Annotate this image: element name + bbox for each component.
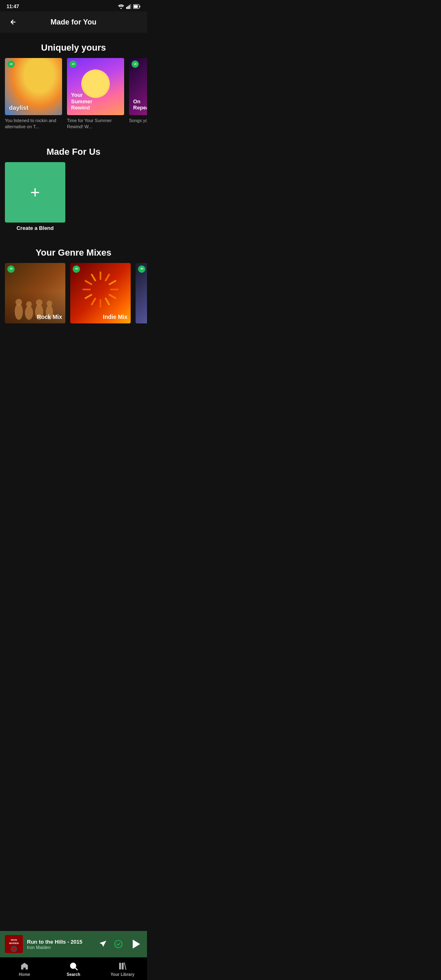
svg-rect-30 <box>82 289 91 290</box>
svg-rect-27 <box>100 299 101 307</box>
spotify-badge-rock <box>7 265 15 273</box>
svg-rect-26 <box>105 298 110 305</box>
spotify-badge <box>7 60 15 68</box>
indie-mix-image: Indie Mix <box>70 263 131 323</box>
svg-point-13 <box>16 299 22 305</box>
status-bar: 11:47 <box>0 0 147 11</box>
svg-rect-21 <box>100 272 101 280</box>
svg-point-9 <box>71 62 76 67</box>
genre-mixes-list: Rock Mix <box>0 263 147 332</box>
daylist-card-label: daylist <box>9 104 29 111</box>
svg-point-19 <box>47 301 52 306</box>
svg-point-15 <box>26 301 32 307</box>
create-blend-card[interactable]: + Create a Blend <box>5 162 65 231</box>
on-repeat-card-label: OnRepeat <box>133 98 147 111</box>
battery-icon <box>133 4 140 9</box>
uniquely-yours-heading: Uniquely yours <box>0 33 147 58</box>
svg-point-8 <box>9 62 13 67</box>
made-for-us-heading: Made For Us <box>0 137 147 162</box>
svg-point-12 <box>15 303 23 320</box>
spotify-badge-indie <box>73 265 80 273</box>
svg-rect-6 <box>134 5 138 8</box>
back-button[interactable] <box>7 16 20 29</box>
svg-point-20 <box>74 267 79 271</box>
indie-mix-label: Indie Mix <box>103 314 127 320</box>
pop-mix-card[interactable]: Pop Mix <box>136 263 147 326</box>
indie-rays <box>82 271 119 308</box>
indie-mix-card[interactable]: Indie Mix <box>70 263 131 326</box>
wifi-icon <box>118 4 124 9</box>
svg-rect-4 <box>130 4 131 9</box>
daylist-card-desc: You listened to rockin and alternative o… <box>5 118 62 130</box>
blend-plus-icon: + <box>30 184 40 200</box>
back-icon <box>9 18 17 26</box>
spotify-badge-2 <box>69 60 77 68</box>
on-repeat-card-desc: Songs you love now <box>129 118 147 124</box>
main-content: Uniquely yours daylist You listened to r… <box>0 33 147 381</box>
daylist-card[interactable]: daylist You listened to rockin and alter… <box>5 58 62 130</box>
summer-rewind-image: YourSummerRewind <box>67 58 124 115</box>
summer-rewind-card[interactable]: YourSummerRewind Time for Your Summer Re… <box>67 58 124 130</box>
svg-rect-29 <box>85 294 92 299</box>
on-repeat-image: OnRepeat <box>129 58 147 115</box>
svg-rect-22 <box>105 274 110 281</box>
blend-card-image: + <box>5 162 65 223</box>
svg-rect-32 <box>91 274 96 281</box>
spotify-badge-pop <box>138 265 145 273</box>
status-time: 11:47 <box>7 4 19 9</box>
svg-point-17 <box>36 299 42 306</box>
svg-point-11 <box>9 267 13 271</box>
daylist-image: daylist <box>5 58 62 115</box>
svg-rect-25 <box>109 294 116 299</box>
svg-point-10 <box>133 62 138 67</box>
summer-rewind-card-label: YourSummerRewind <box>71 92 92 111</box>
pop-mix-image: Pop Mix <box>136 263 147 323</box>
svg-rect-23 <box>109 280 116 285</box>
blend-card-label: Create a Blend <box>5 225 65 231</box>
on-repeat-card[interactable]: OnRepeat Songs you love now <box>129 58 147 130</box>
page-header: Made for You <box>0 11 147 33</box>
status-icons <box>118 4 140 9</box>
made-for-us-list: + Create a Blend <box>0 162 147 238</box>
uniquely-yours-list: daylist You listened to rockin and alter… <box>0 58 147 137</box>
svg-rect-3 <box>129 5 130 9</box>
svg-rect-28 <box>91 298 96 305</box>
svg-rect-7 <box>140 6 140 7</box>
rock-mix-label: Rock Mix <box>37 314 62 320</box>
page-title: Made for You <box>20 18 127 27</box>
svg-rect-31 <box>85 280 92 285</box>
svg-rect-24 <box>110 289 118 290</box>
svg-rect-1 <box>126 7 127 9</box>
rock-mix-image: Rock Mix <box>5 263 65 323</box>
svg-rect-2 <box>127 6 129 9</box>
summer-rewind-card-desc: Time for Your Summer Rewind! W... <box>67 118 124 130</box>
rock-mix-card[interactable]: Rock Mix <box>5 263 65 326</box>
signal-icon <box>126 4 131 9</box>
svg-point-33 <box>140 267 144 271</box>
svg-point-0 <box>120 8 122 9</box>
spotify-badge-3 <box>131 60 139 68</box>
genre-mixes-heading: Your Genre Mixes <box>0 238 147 263</box>
svg-point-14 <box>25 306 33 320</box>
